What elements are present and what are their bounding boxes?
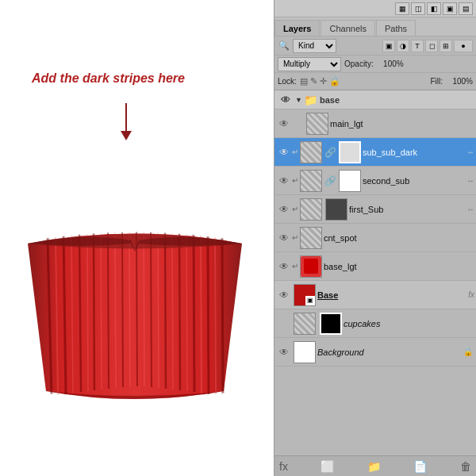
- layer-name-Base: Base: [317, 290, 465, 300]
- eye-sub-sub-dark[interactable]: 👁: [277, 147, 291, 158]
- group-row-base[interactable]: 👁 ▼ 📁 base: [274, 90, 476, 109]
- filter-shape-icon[interactable]: ◻: [425, 40, 438, 52]
- panel-icon-2[interactable]: ◫: [411, 2, 425, 15]
- eye-second-sub[interactable]: 👁: [277, 175, 291, 186]
- layer-row-background[interactable]: 👁 Background 🔒: [274, 338, 476, 367]
- svg-line-12: [222, 238, 223, 397]
- delete-layer-icon[interactable]: 🗑: [460, 460, 471, 473]
- eye-Base[interactable]: 👁: [277, 290, 291, 301]
- tab-paths[interactable]: Paths: [376, 20, 416, 36]
- svg-line-17: [115, 229, 116, 388]
- eye-base-lgt[interactable]: 👁: [277, 261, 291, 272]
- filter-smart-icon[interactable]: ⊞: [440, 40, 452, 52]
- lock-move-icon[interactable]: ✛: [320, 76, 327, 86]
- tab-bar: Layers Channels Paths: [274, 17, 476, 36]
- thumb-second-sub: [300, 170, 322, 192]
- bottom-bar: fx ⬜ 📁 📄 🗑: [274, 455, 476, 476]
- svg-line-9: [179, 232, 180, 390]
- panel-icon-5[interactable]: ▤: [459, 2, 473, 15]
- scroll-icon-2: ↔: [466, 176, 474, 185]
- cupcake-illustration: [8, 175, 262, 428]
- layer-row-main-lgt[interactable]: 👁 main_lgt: [274, 109, 476, 138]
- panel-icon-1[interactable]: ▦: [395, 2, 409, 15]
- panel-icon-4[interactable]: ▣: [443, 2, 457, 15]
- layer-name-background: Background: [317, 347, 463, 357]
- blend-mode-select[interactable]: Multiply: [278, 57, 341, 71]
- mask-thumb-sub-sub-dark: [339, 141, 361, 163]
- lock-all-icon[interactable]: 🔒: [329, 76, 340, 86]
- svg-line-5: [122, 228, 123, 387]
- svg-line-19: [144, 228, 144, 386]
- layer-name-sub-sub-dark: sub_sub_dark: [363, 148, 466, 157]
- eye-main-lgt[interactable]: 👁: [277, 118, 291, 129]
- filter-toggle[interactable]: ●: [454, 40, 473, 52]
- svg-line-7: [151, 228, 152, 387]
- new-group-icon[interactable]: 📁: [367, 460, 381, 473]
- layer-name-main-lgt: main_lgt: [330, 119, 474, 129]
- add-mask-icon[interactable]: ⬜: [321, 460, 334, 473]
- tab-layers[interactable]: Layers: [274, 20, 320, 36]
- opacity-label: Opacity:: [344, 60, 374, 68]
- layer-row-base-lgt[interactable]: 👁 ↵ base_lgt: [274, 252, 476, 281]
- eye-first-sub[interactable]: 👁: [277, 204, 291, 215]
- blend-row: Multiply Opacity: 100%: [274, 56, 476, 73]
- lock-transparent-icon[interactable]: ▤: [300, 76, 308, 86]
- thumb-sub-sub-dark: [300, 141, 322, 163]
- layer-row-second-sub[interactable]: 👁 ↵ 🔗 second_sub ↔: [274, 167, 476, 195]
- chain-icon-2: 🔗: [324, 175, 336, 186]
- filter-row: 🔍 Kind ▣ ◑ T ◻ ⊞ ●: [274, 36, 476, 56]
- lock-row: Lock: ▤ ✎ ✛ 🔒 Fill: 100%: [274, 73, 476, 90]
- thumb-main-lgt: [306, 113, 328, 135]
- mask-thumb-second-sub: [339, 170, 361, 192]
- layer-name-cnt-spot: cnt_spot: [324, 233, 474, 243]
- collapse-triangle[interactable]: ▼: [295, 96, 302, 104]
- add-style-icon[interactable]: fx: [279, 460, 288, 473]
- folder-icon: 📁: [304, 94, 317, 106]
- layer-row-sub-sub-dark[interactable]: 👁 ↵ 🔗 sub_sub_dark ↔: [274, 138, 476, 167]
- layer-name-cupcakes: cupcakes: [344, 319, 474, 328]
- svg-line-24: [215, 236, 216, 395]
- thumb-cupcakes-smart: [294, 313, 316, 335]
- tab-channels[interactable]: Channels: [321, 20, 374, 36]
- fill-label: Fill:: [430, 77, 443, 86]
- eye-background[interactable]: 👁: [277, 347, 291, 358]
- svg-line-6: [136, 228, 137, 386]
- filter-icons: ▣ ◑ T ◻ ⊞ ●: [382, 40, 473, 52]
- opacity-value: 100%: [377, 60, 404, 68]
- mask-thumb-cupcakes: [320, 313, 342, 335]
- svg-line-11: [208, 236, 209, 394]
- kind-select[interactable]: Kind: [293, 39, 336, 53]
- lock-label: Lock:: [278, 77, 297, 86]
- filter-adjust-icon[interactable]: ◑: [397, 40, 409, 52]
- new-layer-icon[interactable]: 📄: [413, 460, 427, 473]
- svg-line-8: [165, 230, 166, 389]
- lock-paint-icon[interactable]: ✎: [310, 76, 317, 86]
- svg-line-10: [194, 233, 194, 392]
- svg-line-15: [87, 232, 88, 391]
- fill-value: 100%: [446, 77, 473, 86]
- background-lock-icon: 🔒: [463, 347, 473, 356]
- sub-arrow-3: ↵: [292, 205, 298, 213]
- filter-type-icon[interactable]: T: [411, 40, 424, 52]
- thumb-base-lgt: [300, 255, 322, 278]
- annotation-arrow: [121, 103, 132, 140]
- svg-line-3: [94, 232, 94, 390]
- layer-row-cnt-spot[interactable]: 👁 ↵ cnt_spot: [274, 224, 476, 252]
- sub-arrow-2: ↵: [292, 176, 298, 185]
- layers-list: 👁 ▼ 📁 base 👁 main_lgt 👁 ↵ 🔗 sub_s: [274, 90, 476, 455]
- svg-line-20: [158, 229, 159, 388]
- mask-thumb-first-sub: [325, 198, 347, 221]
- layer-row-first-sub[interactable]: 👁 ↵ first_Sub ↔: [274, 195, 476, 224]
- svg-line-4: [108, 230, 109, 389]
- layer-row-cupcakes[interactable]: 👁 cupcakes: [274, 309, 476, 338]
- layers-panel: ▦ ◫ ◧ ▣ ▤ Layers Channels Paths 🔍 Kind ▣…: [274, 0, 476, 476]
- annotation-text: Add the dark stripes here: [32, 71, 185, 86]
- panel-icon-3[interactable]: ◧: [427, 2, 441, 15]
- eye-cnt-spot[interactable]: 👁: [277, 232, 291, 244]
- lock-icons: ▤ ✎ ✛ 🔒: [300, 76, 340, 86]
- filter-pixel-icon[interactable]: ▣: [382, 40, 395, 52]
- layer-row-Base[interactable]: 👁 ▣ Base fx: [274, 281, 476, 309]
- group-name-base: base: [320, 95, 340, 105]
- canvas-area: Add the dark stripes here: [0, 0, 274, 476]
- eye-base[interactable]: 👁: [278, 94, 293, 106]
